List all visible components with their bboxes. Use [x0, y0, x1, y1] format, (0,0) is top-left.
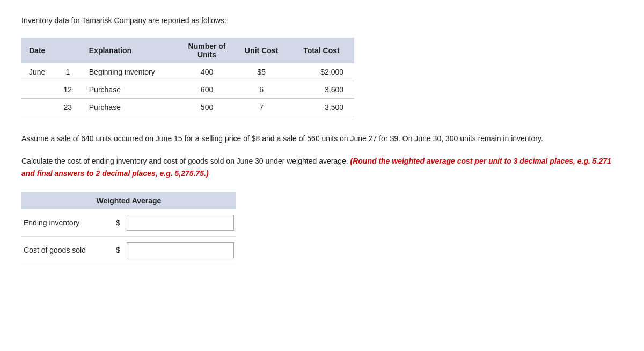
table-row: 12 Purchase 600 6 3,600 — [21, 81, 354, 99]
inventory-table: Date Explanation Number of Units Unit Co… — [21, 38, 354, 116]
cell-explanation: Beginning inventory — [82, 63, 180, 81]
header-units-label: Units — [197, 50, 216, 59]
header-unit-cost: Unit Cost — [234, 38, 289, 63]
cell-month — [21, 99, 54, 116]
cell-units: 500 — [180, 99, 235, 116]
header-units: Number of Units — [180, 38, 235, 63]
answer-label: Ending inventory — [24, 218, 112, 227]
answer-section: Weighted Average Ending inventory $ Cost… — [21, 192, 236, 264]
cell-month: June — [21, 63, 54, 81]
cell-day: 12 — [54, 81, 82, 99]
answer-row: Cost of goods sold $ — [21, 237, 236, 264]
cell-total-cost: $2,000 — [289, 63, 354, 81]
cell-total-cost: 3,600 — [289, 81, 354, 99]
answer-dollar: $ — [116, 218, 122, 227]
answer-input-1[interactable] — [127, 242, 234, 258]
cell-units: 600 — [180, 81, 235, 99]
calculate-text-part1: Calculate the cost of ending inventory a… — [21, 157, 348, 165]
cell-unit-cost: 7 — [234, 99, 289, 116]
cell-units: 400 — [180, 63, 235, 81]
answer-header: Weighted Average — [21, 192, 236, 209]
cell-unit-cost: $5 — [234, 63, 289, 81]
table-row: 23 Purchase 500 7 3,500 — [21, 99, 354, 116]
header-date: Date — [21, 38, 54, 63]
answer-row: Ending inventory $ — [21, 209, 236, 237]
answer-input-0[interactable] — [127, 215, 234, 231]
cell-explanation: Purchase — [82, 81, 180, 99]
intro-text: Inventory data for Tamarisk Company are … — [21, 16, 623, 25]
header-total-cost: Total Cost — [289, 38, 354, 63]
answer-label: Cost of goods sold — [24, 246, 112, 254]
answer-dollar: $ — [116, 246, 122, 254]
cell-unit-cost: 6 — [234, 81, 289, 99]
calculate-text: Calculate the cost of ending inventory a… — [21, 155, 612, 179]
cell-day: 23 — [54, 99, 82, 116]
table-row: June 1 Beginning inventory 400 $5 $2,000 — [21, 63, 354, 81]
assume-text: Assume a sale of 640 units occurred on J… — [21, 133, 612, 144]
cell-total-cost: 3,500 — [289, 99, 354, 116]
cell-explanation: Purchase — [82, 99, 180, 116]
header-explanation: Explanation — [82, 38, 180, 63]
cell-month — [21, 81, 54, 99]
header-number-of: Number of — [188, 42, 226, 50]
header-day — [54, 38, 82, 63]
cell-day: 1 — [54, 63, 82, 81]
